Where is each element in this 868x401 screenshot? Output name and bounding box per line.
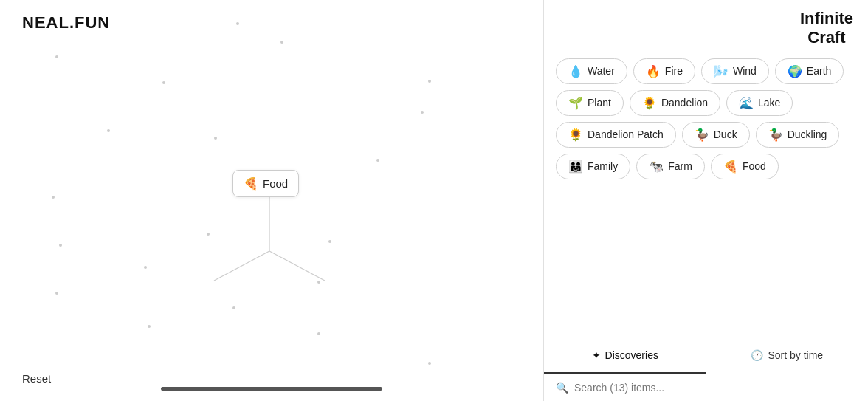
element-label: Wind [733,65,757,77]
canvas-dot [328,240,331,243]
canvas-dot [162,81,165,84]
tab-discoveries[interactable]: ✦ Discoveries [544,337,706,374]
element-emoji: 💧 [568,64,583,78]
element-label: Water [588,65,615,77]
element-chip[interactable]: 🌍Earth [775,58,844,84]
element-chip[interactable]: 🌊Lake [726,90,793,116]
canvas-dot [236,22,239,25]
element-emoji: 🌻 [642,96,657,110]
canvas-dot [232,306,235,309]
element-chip[interactable]: 🐄Farm [636,154,705,179]
element-emoji: 🌍 [788,64,802,78]
canvas-dot [428,362,431,365]
tab-sort-by-time[interactable]: 🕐 Sort by time [706,337,869,374]
element-chip[interactable]: 🌻Dandelion [630,90,720,116]
element-label: Plant [588,97,611,109]
canvas-dot [107,129,110,132]
svg-line-1 [214,251,269,281]
element-emoji: 🌱 [568,96,583,110]
element-chip[interactable]: 🌱Plant [556,90,624,116]
element-label: Fire [665,65,683,77]
canvas-dot [59,244,62,247]
search-input[interactable] [574,382,856,394]
reset-button[interactable]: Reset [22,372,51,385]
canvas-dot [55,55,58,58]
sort-time-icon: 🕐 [751,349,763,361]
search-bar: 🔍 [544,374,868,401]
canvas-dot [376,159,379,162]
canvas-dot [421,111,424,114]
canvas-food-label: Food [263,177,288,190]
element-label: Food [743,160,766,172]
element-emoji: 🔥 [646,64,661,78]
canvas-dot [317,281,320,284]
search-icon: 🔍 [556,382,568,394]
canvas-scrollbar[interactable] [161,387,382,391]
element-chip[interactable]: 🌻Dandelion Patch [556,122,676,148]
canvas-dot [214,137,217,140]
element-chip[interactable]: 🍕Food [711,154,779,179]
app-title: Infinite Craft [800,9,853,48]
craft-canvas[interactable]: NEAL.FUN 🍕 Food Reset [0,0,543,401]
element-label: Lake [758,97,780,109]
element-emoji: 🌊 [739,96,754,110]
canvas-dot [280,41,283,44]
right-panel: Infinite Craft 💧Water🔥Fire🌬️Wind🌍Earth🌱P… [543,0,868,401]
logo: NEAL.FUN [22,13,110,32]
discoveries-label: Discoveries [605,349,658,361]
element-emoji: 🦆 [768,128,783,142]
element-emoji: 🍕 [723,160,738,174]
element-emoji: 🐄 [649,160,664,174]
element-label: Dandelion Patch [588,128,664,140]
canvas-dot [55,292,58,295]
element-emoji: 👨‍👩‍👧 [568,160,583,174]
element-label: Duckling [788,128,827,140]
canvas-dot [317,332,320,335]
element-chip[interactable]: 💧Water [556,58,627,84]
svg-line-2 [269,251,325,281]
canvas-food-element[interactable]: 🍕 Food [232,170,299,197]
canvas-dot [207,233,210,236]
discoveries-icon: ✦ [592,349,601,361]
element-emoji: 🦆 [695,128,709,142]
bottom-tabs: ✦ Discoveries 🕐 Sort by time [544,337,868,374]
canvas-svg [0,0,543,401]
canvas-dot [148,325,151,328]
canvas-dot [428,80,431,83]
app-title-line2: Craft [807,28,845,47]
canvas-dot [144,266,147,269]
elements-grid: 💧Water🔥Fire🌬️Wind🌍Earth🌱Plant🌻Dandelion🌊… [544,54,868,337]
app-title-line1: Infinite [800,9,853,27]
element-chip[interactable]: 🦆Duckling [756,122,840,148]
element-label: Farm [668,160,692,172]
sort-time-label: Sort by time [768,349,823,361]
element-chip[interactable]: 🔥Fire [633,58,695,84]
app-title-area: Infinite Craft [544,0,868,54]
element-label: Duck [714,128,737,140]
element-emoji: 🌻 [568,128,583,142]
element-emoji: 🌬️ [714,64,728,78]
element-chip[interactable]: 🌬️Wind [701,58,769,84]
canvas-dot [52,196,55,199]
element-label: Dandelion [661,97,708,109]
element-chip[interactable]: 👨‍👩‍👧Family [556,154,630,179]
element-label: Family [588,160,618,172]
element-label: Earth [807,65,831,77]
canvas-food-emoji: 🍕 [244,176,258,191]
element-chip[interactable]: 🦆Duck [682,122,750,148]
